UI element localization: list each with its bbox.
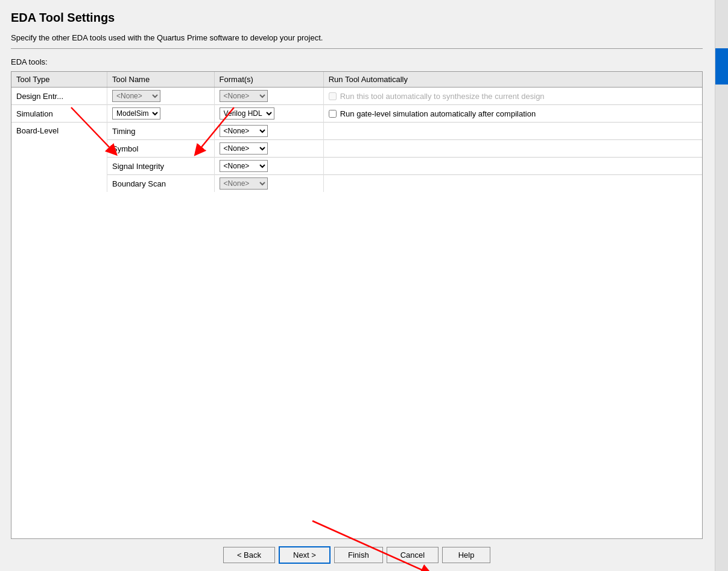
- format-sigintegrity-select[interactable]: <None>: [220, 160, 268, 172]
- format-symbol-select[interactable]: <None>: [220, 142, 268, 155]
- format-symbol-cell: <None>: [214, 140, 323, 158]
- format-timing-select[interactable]: <None>: [220, 125, 268, 137]
- sidebar-blue-tab: [715, 48, 728, 85]
- format-timing-cell: <None>: [214, 123, 323, 140]
- col-formats: Format(s): [214, 72, 323, 88]
- table-row: Boundary Scan <None>: [11, 175, 702, 193]
- run-auto-boundaryscan-cell: [323, 175, 702, 193]
- col-tool-name: Tool Name: [107, 72, 215, 88]
- run-auto-sigintegrity-cell: [323, 158, 702, 175]
- run-auto-design-checkbox[interactable]: [329, 92, 337, 100]
- table-row: Design Entr... <None>: [11, 88, 702, 105]
- table-row: Simulation ModelSim <None>: [11, 105, 702, 123]
- run-auto-symbol-cell: [323, 140, 702, 158]
- help-button[interactable]: Help: [442, 547, 490, 563]
- eda-tools-table: Tool Type Tool Name Format(s) Run Tool A…: [11, 72, 702, 192]
- footer: < Back Next > Finish Cancel Help: [11, 539, 703, 571]
- tool-name-simulation-select[interactable]: ModelSim <None>: [112, 107, 160, 120]
- finish-button[interactable]: Finish: [334, 547, 383, 563]
- next-button[interactable]: Next >: [279, 546, 331, 564]
- table-header-row: Tool Type Tool Name Format(s) Run Tool A…: [11, 72, 702, 88]
- tool-type-boardlevel: Board-Level: [11, 123, 107, 193]
- run-auto-simulation-label: Run gate-level simulation automatically …: [340, 109, 536, 118]
- table-row: Signal Integrity <None>: [11, 158, 702, 175]
- format-design-select[interactable]: <None>: [220, 90, 268, 102]
- tool-name-sigintegrity-cell: Signal Integrity: [107, 158, 215, 175]
- run-auto-design-cell: Run this tool automatically to synthesiz…: [323, 88, 702, 105]
- section-label: EDA tools:: [11, 57, 703, 66]
- description: Specify the other EDA tools used with th…: [11, 33, 703, 42]
- back-button[interactable]: < Back: [223, 547, 275, 563]
- format-boundaryscan-cell: <None>: [214, 175, 323, 193]
- format-simulation-cell: Verilog HDL VHDL <None>: [214, 105, 323, 123]
- tool-name-design-cell: <None>: [107, 88, 215, 105]
- run-auto-simulation-cell: Run gate-level simulation automatically …: [323, 105, 702, 123]
- main-content: EDA Tool Settings Specify the other EDA …: [0, 0, 715, 571]
- run-auto-timing-cell: [323, 123, 702, 140]
- format-simulation-select[interactable]: Verilog HDL VHDL <None>: [220, 107, 274, 120]
- format-sigintegrity-cell: <None>: [214, 158, 323, 175]
- table-row: Board-Level Timing <None>: [11, 123, 702, 140]
- tool-name-design-select[interactable]: <None>: [112, 90, 160, 102]
- col-tool-type: Tool Type: [11, 72, 107, 88]
- divider: [11, 48, 703, 49]
- tool-name-symbol-cell: Symbol: [107, 140, 215, 158]
- tool-name-boundaryscan-cell: Boundary Scan: [107, 175, 215, 193]
- content-area: EDA Tool Settings Specify the other EDA …: [11, 11, 703, 571]
- table-section: Tool Type Tool Name Format(s) Run Tool A…: [11, 71, 703, 539]
- tool-name-simulation-cell: ModelSim <None>: [107, 105, 215, 123]
- table-row: Symbol <None>: [11, 140, 702, 158]
- col-run-auto: Run Tool Automatically: [323, 72, 702, 88]
- run-auto-simulation-checkbox[interactable]: [329, 110, 337, 118]
- table-wrapper: Tool Type Tool Name Format(s) Run Tool A…: [11, 71, 703, 539]
- cancel-button[interactable]: Cancel: [387, 547, 438, 563]
- tool-type-design: Design Entr...: [11, 88, 107, 105]
- run-auto-simulation: Run gate-level simulation automatically …: [329, 109, 697, 118]
- tool-type-simulation: Simulation: [11, 105, 107, 123]
- run-auto-design-label: Run this tool automatically to synthesiz…: [340, 92, 545, 101]
- page-title: EDA Tool Settings: [11, 11, 703, 25]
- right-sidebar: [715, 0, 728, 571]
- format-boundaryscan-select[interactable]: <None>: [220, 177, 268, 190]
- format-design-cell: <None>: [214, 88, 323, 105]
- tool-name-timing-cell: Timing: [107, 123, 215, 140]
- run-auto-design: Run this tool automatically to synthesiz…: [329, 92, 697, 101]
